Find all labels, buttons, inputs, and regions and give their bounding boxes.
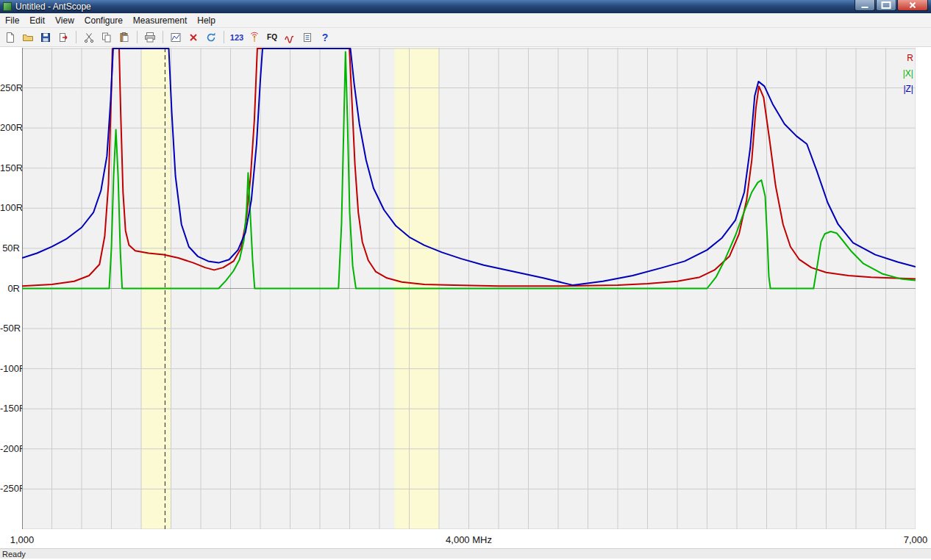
frequency-button[interactable]: FQ [264,29,280,46]
window-controls [855,0,928,11]
antenna-icon [249,32,260,43]
y-tick-label: 50R [0,243,20,254]
menu-item-measurement[interactable]: Measurement [128,14,192,27]
y-tick-label: 250R [0,82,20,93]
toolbar-separator [163,31,163,43]
x-axis: 1,0004,000 MHz7,000 [0,532,931,548]
toolbar-separator [76,31,76,43]
antscope-window: Untitled - AntScope File Edit View Confi… [0,0,931,560]
waveform-icon [284,32,296,43]
chart-area[interactable]: 250R200R150R100R50R0R-50R-100R-150R-200R… [0,47,931,532]
open-folder-icon [22,32,34,43]
refresh-button[interactable] [203,29,219,46]
export-button[interactable] [55,29,71,46]
save-button[interactable] [38,29,54,46]
menu-item-help[interactable]: Help [192,14,221,27]
scissors-icon [83,32,95,43]
x-tick-label: 4,000 MHz [446,534,492,545]
toolbar-separator [137,31,138,43]
toolbar: 123 FQ ? [0,28,931,47]
menu-item-view[interactable]: View [50,14,79,27]
paste-button[interactable] [116,29,132,46]
copy-button[interactable] [99,29,115,46]
window-title: Untitled - AntScope [15,1,855,12]
maximize-button[interactable] [876,0,896,11]
y-tick-label: -250R [0,483,20,494]
status-bar: Ready [0,548,931,559]
antenna-button[interactable] [246,29,263,46]
y-tick-label: 200R [0,122,20,133]
status-text: Ready [2,550,26,559]
chart-button[interactable] [168,29,184,46]
export-icon [57,32,69,43]
app-icon [3,2,12,11]
title-bar[interactable]: Untitled - AntScope [0,0,931,13]
notes-button[interactable] [299,29,315,46]
impedance-plot[interactable] [22,48,916,529]
new-file-icon [4,32,16,43]
y-tick-label: -50R [0,323,20,334]
waveform-button[interactable] [282,29,298,46]
numeric-entry-button[interactable]: 123 [229,29,245,46]
delete-x-icon [188,32,199,43]
y-tick-label: 150R [0,162,20,173]
legend-item-z: |Z| [903,84,913,94]
legend-item-x: |X| [903,68,913,79]
y-tick-label: -150R [0,403,20,414]
y-tick-label: 0R [0,283,20,294]
cut-button[interactable] [81,29,97,46]
chart-icon [170,32,182,43]
copy-icon [101,32,113,43]
clear-button[interactable] [185,29,201,46]
refresh-icon [205,32,217,43]
y-tick-label: -200R [0,443,20,454]
legend: R |X| |Z| [903,53,913,94]
toolbar-separator [224,31,224,43]
y-tick-label: -100R [0,363,20,374]
menu-item-file[interactable]: File [0,14,24,27]
menu-bar: File Edit View Configure Measurement Hel… [0,13,931,28]
notes-icon [302,32,313,43]
frequency-label: FQ [267,33,277,41]
help-button[interactable]: ? [317,29,333,46]
menu-item-edit[interactable]: Edit [24,14,50,27]
paste-icon [118,32,130,43]
printer-icon [144,32,156,43]
y-tick-label: 100R [0,202,20,213]
minimize-button[interactable] [855,0,875,11]
menu-item-configure[interactable]: Configure [79,14,128,27]
print-button[interactable] [142,29,158,46]
x-tick-label: 7,000 [904,534,928,545]
x-tick-label: 1,000 [10,534,35,545]
floppy-disk-icon [40,32,51,43]
numeric-entry-label: 123 [230,33,243,42]
new-file-button[interactable] [2,29,18,46]
close-button[interactable] [897,0,928,11]
open-file-button[interactable] [20,29,36,46]
legend-item-r: R [907,53,913,63]
help-label: ? [322,32,329,43]
